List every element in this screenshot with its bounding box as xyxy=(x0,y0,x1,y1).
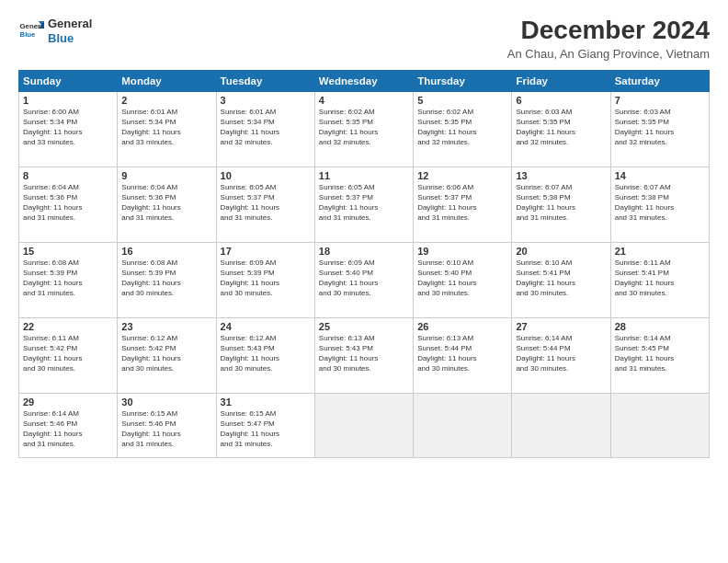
day-number: 1 xyxy=(23,95,113,106)
day-info: Sunrise: 6:15 AM Sunset: 5:47 PM Dayligh… xyxy=(221,408,311,450)
calendar-cell: 16Sunrise: 6:08 AM Sunset: 5:39 PM Dayli… xyxy=(118,242,216,317)
header-row: SundayMondayTuesdayWednesdayThursdayFrid… xyxy=(19,70,710,91)
day-info: Sunrise: 6:15 AM Sunset: 5:46 PM Dayligh… xyxy=(121,408,211,450)
calendar-cell: 31Sunrise: 6:15 AM Sunset: 5:47 PM Dayli… xyxy=(216,393,314,457)
logo-general: General xyxy=(48,17,92,31)
page: General Blue General Blue December 2024 … xyxy=(0,0,728,563)
calendar-cell: 3Sunrise: 6:01 AM Sunset: 5:34 PM Daylig… xyxy=(216,91,314,167)
day-info: Sunrise: 6:05 AM Sunset: 5:37 PM Dayligh… xyxy=(319,182,409,224)
page-subtitle: An Chau, An Giang Province, Vietnam xyxy=(507,47,710,61)
calendar-cell: 1Sunrise: 6:00 AM Sunset: 5:34 PM Daylig… xyxy=(19,91,118,167)
day-number: 12 xyxy=(417,170,507,181)
day-info: Sunrise: 6:13 AM Sunset: 5:44 PM Dayligh… xyxy=(417,333,507,374)
calendar-cell xyxy=(512,393,610,457)
day-number: 21 xyxy=(615,246,705,257)
day-number: 27 xyxy=(516,321,606,332)
day-info: Sunrise: 6:12 AM Sunset: 5:43 PM Dayligh… xyxy=(221,333,311,374)
calendar-cell: 25Sunrise: 6:13 AM Sunset: 5:43 PM Dayli… xyxy=(314,317,413,393)
day-info: Sunrise: 6:10 AM Sunset: 5:40 PM Dayligh… xyxy=(417,258,507,299)
day-info: Sunrise: 6:03 AM Sunset: 5:35 PM Dayligh… xyxy=(516,107,606,148)
calendar-cell: 8Sunrise: 6:04 AM Sunset: 5:36 PM Daylig… xyxy=(19,167,118,242)
day-info: Sunrise: 6:14 AM Sunset: 5:44 PM Dayligh… xyxy=(516,333,606,374)
day-info: Sunrise: 6:03 AM Sunset: 5:35 PM Dayligh… xyxy=(615,107,705,148)
col-header-monday: Monday xyxy=(118,70,216,91)
day-number: 25 xyxy=(319,321,409,332)
col-header-tuesday: Tuesday xyxy=(216,70,314,91)
day-number: 16 xyxy=(121,246,211,257)
calendar-cell: 9Sunrise: 6:04 AM Sunset: 5:36 PM Daylig… xyxy=(118,167,216,242)
day-info: Sunrise: 6:04 AM Sunset: 5:36 PM Dayligh… xyxy=(23,182,113,224)
calendar-cell: 26Sunrise: 6:13 AM Sunset: 5:44 PM Dayli… xyxy=(414,317,512,393)
day-number: 22 xyxy=(23,321,113,332)
day-number: 17 xyxy=(221,246,311,257)
day-number: 14 xyxy=(615,170,705,181)
day-number: 15 xyxy=(23,246,113,257)
calendar-cell: 23Sunrise: 6:12 AM Sunset: 5:42 PM Dayli… xyxy=(118,317,216,393)
day-info: Sunrise: 6:08 AM Sunset: 5:39 PM Dayligh… xyxy=(23,258,113,299)
day-number: 23 xyxy=(121,321,211,332)
calendar-cell: 24Sunrise: 6:12 AM Sunset: 5:43 PM Dayli… xyxy=(216,317,314,393)
day-info: Sunrise: 6:09 AM Sunset: 5:39 PM Dayligh… xyxy=(221,258,311,299)
day-info: Sunrise: 6:14 AM Sunset: 5:46 PM Dayligh… xyxy=(23,408,113,450)
day-info: Sunrise: 6:09 AM Sunset: 5:40 PM Dayligh… xyxy=(319,258,409,299)
calendar-cell: 11Sunrise: 6:05 AM Sunset: 5:37 PM Dayli… xyxy=(314,167,413,242)
day-number: 24 xyxy=(221,321,311,332)
day-number: 9 xyxy=(121,170,211,181)
day-number: 28 xyxy=(615,321,705,332)
calendar: SundayMondayTuesdayWednesdayThursdayFrid… xyxy=(18,70,710,458)
calendar-cell: 28Sunrise: 6:14 AM Sunset: 5:45 PM Dayli… xyxy=(610,317,709,393)
calendar-cell xyxy=(610,393,709,457)
day-info: Sunrise: 6:01 AM Sunset: 5:34 PM Dayligh… xyxy=(221,107,311,148)
day-number: 18 xyxy=(319,246,409,257)
day-info: Sunrise: 6:02 AM Sunset: 5:35 PM Dayligh… xyxy=(417,107,507,148)
day-number: 2 xyxy=(121,95,211,106)
svg-text:Blue: Blue xyxy=(20,30,37,39)
day-info: Sunrise: 6:11 AM Sunset: 5:42 PM Dayligh… xyxy=(23,333,113,374)
calendar-cell xyxy=(314,393,413,457)
calendar-cell: 29Sunrise: 6:14 AM Sunset: 5:46 PM Dayli… xyxy=(19,393,118,457)
calendar-cell: 18Sunrise: 6:09 AM Sunset: 5:40 PM Dayli… xyxy=(314,242,413,317)
calendar-cell: 22Sunrise: 6:11 AM Sunset: 5:42 PM Dayli… xyxy=(19,317,118,393)
day-info: Sunrise: 6:14 AM Sunset: 5:45 PM Dayligh… xyxy=(615,333,705,374)
col-header-sunday: Sunday xyxy=(19,70,118,91)
day-number: 26 xyxy=(417,321,507,332)
calendar-cell: 4Sunrise: 6:02 AM Sunset: 5:35 PM Daylig… xyxy=(314,91,413,167)
day-info: Sunrise: 6:11 AM Sunset: 5:41 PM Dayligh… xyxy=(615,258,705,299)
calendar-cell: 10Sunrise: 6:05 AM Sunset: 5:37 PM Dayli… xyxy=(216,167,314,242)
day-number: 7 xyxy=(615,95,705,106)
calendar-cell: 21Sunrise: 6:11 AM Sunset: 5:41 PM Dayli… xyxy=(610,242,709,317)
calendar-cell: 20Sunrise: 6:10 AM Sunset: 5:41 PM Dayli… xyxy=(512,242,610,317)
col-header-wednesday: Wednesday xyxy=(314,70,413,91)
calendar-cell: 17Sunrise: 6:09 AM Sunset: 5:39 PM Dayli… xyxy=(216,242,314,317)
day-number: 6 xyxy=(516,95,606,106)
day-number: 13 xyxy=(516,170,606,181)
day-info: Sunrise: 6:04 AM Sunset: 5:36 PM Dayligh… xyxy=(121,182,211,224)
calendar-cell: 5Sunrise: 6:02 AM Sunset: 5:35 PM Daylig… xyxy=(414,91,512,167)
calendar-cell: 2Sunrise: 6:01 AM Sunset: 5:34 PM Daylig… xyxy=(118,91,216,167)
day-number: 10 xyxy=(221,170,311,181)
day-number: 4 xyxy=(319,95,409,106)
day-info: Sunrise: 6:13 AM Sunset: 5:43 PM Dayligh… xyxy=(319,333,409,374)
calendar-cell: 12Sunrise: 6:06 AM Sunset: 5:37 PM Dayli… xyxy=(414,167,512,242)
day-info: Sunrise: 6:07 AM Sunset: 5:38 PM Dayligh… xyxy=(516,182,606,224)
day-number: 30 xyxy=(121,396,211,408)
day-info: Sunrise: 6:07 AM Sunset: 5:38 PM Dayligh… xyxy=(615,182,705,224)
day-info: Sunrise: 6:01 AM Sunset: 5:34 PM Dayligh… xyxy=(121,107,211,148)
day-number: 8 xyxy=(23,170,113,181)
calendar-cell: 14Sunrise: 6:07 AM Sunset: 5:38 PM Dayli… xyxy=(610,167,709,242)
day-info: Sunrise: 6:00 AM Sunset: 5:34 PM Dayligh… xyxy=(23,107,113,148)
calendar-cell: 13Sunrise: 6:07 AM Sunset: 5:38 PM Dayli… xyxy=(512,167,610,242)
calendar-cell: 15Sunrise: 6:08 AM Sunset: 5:39 PM Dayli… xyxy=(19,242,118,317)
day-number: 29 xyxy=(23,396,113,408)
day-info: Sunrise: 6:08 AM Sunset: 5:39 PM Dayligh… xyxy=(121,258,211,299)
day-number: 5 xyxy=(417,95,507,106)
col-header-friday: Friday xyxy=(512,70,610,91)
calendar-cell: 19Sunrise: 6:10 AM Sunset: 5:40 PM Dayli… xyxy=(414,242,512,317)
day-info: Sunrise: 6:12 AM Sunset: 5:42 PM Dayligh… xyxy=(121,333,211,374)
calendar-cell: 6Sunrise: 6:03 AM Sunset: 5:35 PM Daylig… xyxy=(512,91,610,167)
logo-icon: General Blue xyxy=(18,18,44,44)
day-number: 19 xyxy=(417,246,507,257)
day-number: 3 xyxy=(221,95,311,106)
title-block: December 2024 An Chau, An Giang Province… xyxy=(507,17,710,61)
calendar-cell: 7Sunrise: 6:03 AM Sunset: 5:35 PM Daylig… xyxy=(610,91,709,167)
